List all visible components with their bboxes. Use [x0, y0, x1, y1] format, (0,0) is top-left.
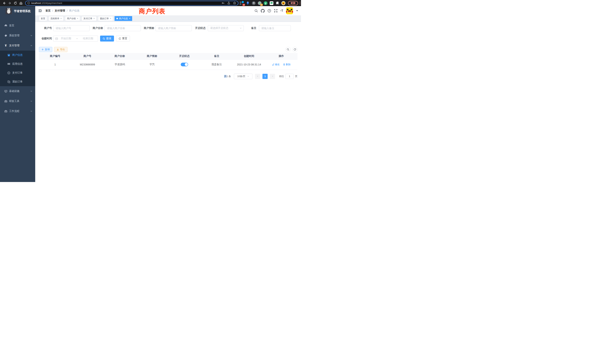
extension-recorder-icon[interactable]: 1 [257, 1, 262, 6]
close-icon[interactable]: × [93, 17, 95, 20]
short-name-input[interactable] [155, 25, 192, 31]
sidebar-logo-row[interactable]: 芋道管理系统 [0, 6, 35, 16]
browser-menu-icon[interactable] [300, 2, 300, 4]
url-host: localhost [31, 2, 41, 4]
date-separator: - [76, 37, 77, 40]
forward-icon [8, 1, 11, 5]
merchant-no-input[interactable] [53, 25, 89, 31]
chevron-down-icon [30, 110, 32, 112]
tags-view-bar: 首页 流程表单× 用户分组× 支付订单× 退款订单× 商户信息× [35, 15, 301, 22]
browser-back-button[interactable] [1, 1, 7, 6]
extension-command-icon[interactable]: ⌘ [251, 1, 256, 6]
github-link[interactable] [261, 9, 265, 13]
sidebar-item-refund-order[interactable]: 退款订单 [0, 77, 35, 86]
cell-merchant-no: M233666999 [71, 59, 103, 70]
grid-icon [7, 63, 10, 66]
header-search-button[interactable] [255, 9, 258, 13]
site-info-icon[interactable] [27, 2, 30, 4]
prev-page-button[interactable] [255, 74, 260, 79]
total-highlighted-char: 共 [224, 75, 226, 78]
status-toggle-on[interactable] [181, 63, 188, 66]
documents-icon [7, 80, 10, 83]
dashboard-icon [4, 24, 7, 27]
toolbar-right-actions [285, 47, 298, 52]
tab-process-form[interactable]: 流程表单× [49, 16, 64, 21]
browser-reload-button[interactable] [13, 1, 18, 6]
status-select[interactable]: 请选择开启状态 [208, 25, 244, 31]
search-button[interactable]: 搜索 [100, 36, 114, 42]
sidebar-item-app-info[interactable]: 应用信息 [0, 60, 35, 68]
sidebar-item-system[interactable]: 系统管理 [0, 31, 35, 41]
table-row: 1 M233666999 芋道源码 芋艿 我是备注 2021-10-23 08:… [39, 59, 298, 70]
cell-create-time: 2021-10-23 08:31:14 [233, 59, 265, 70]
sidebar-collapse-button[interactable] [38, 9, 43, 13]
tab-user-group[interactable]: 用户分组× [65, 16, 80, 21]
close-icon[interactable]: × [60, 17, 62, 20]
show-search-toggle-button[interactable] [285, 47, 291, 52]
page-size-select[interactable]: 10条/页 [234, 74, 252, 79]
browser-update-button[interactable]: 更新 [288, 1, 298, 5]
url-text[interactable]: localhost:1024/pay/merchant [31, 2, 219, 4]
reset-button[interactable]: 重置 [116, 36, 130, 42]
merchant-table: 商户编号 商户号 商户全称 商户简称 开启状态 备注 创建时间 操作 1 M23… [39, 53, 298, 70]
extension-gem-icon[interactable] [245, 1, 250, 6]
extensions-puzzle-icon[interactable] [275, 1, 280, 6]
bookmark-star-icon[interactable] [233, 1, 236, 5]
create-time-range-input[interactable]: 开始日期 - 结束日期 [53, 36, 98, 42]
trash-icon [283, 63, 285, 66]
goto-label: 前往 [279, 75, 284, 78]
share-icon[interactable] [227, 1, 230, 5]
sidebar-item-workflow[interactable]: 工作流程 [0, 106, 35, 116]
add-button[interactable]: 新增 [39, 47, 52, 52]
avatar-dropdown-caret[interactable] [296, 10, 298, 11]
col-status: 开启状态 [168, 53, 201, 59]
remark-input[interactable] [259, 25, 291, 31]
close-icon[interactable]: × [77, 17, 78, 20]
page-number-button[interactable]: 1 [262, 74, 268, 79]
app-title: 芋道管理系统 [14, 10, 31, 13]
close-icon[interactable]: × [110, 17, 111, 20]
tab-payment-order[interactable]: 支付订单× [82, 16, 97, 21]
col-short-name: 商户简称 [136, 53, 168, 59]
delete-link[interactable]: 删除 [283, 63, 291, 66]
export-button[interactable]: 导出 [54, 47, 67, 52]
browser-forward-button[interactable] [7, 1, 13, 6]
next-page-button[interactable] [270, 74, 275, 79]
extension-tabs-manager-icon[interactable]: 10 [239, 1, 244, 6]
help-button[interactable]: ? [268, 9, 271, 13]
chevron-down-icon [30, 90, 32, 92]
browser-home-button[interactable] [18, 1, 24, 6]
browser-profile-avatar[interactable] [281, 1, 286, 6]
sidebar-item-payment-order[interactable]: ¥ 支付订单 [0, 68, 35, 77]
breadcrumb-home[interactable]: 首页 [45, 9, 51, 12]
refresh-table-button[interactable] [292, 47, 298, 52]
font-size-button[interactable]: тT [280, 9, 283, 12]
sidebar-item-merchant-info[interactable]: 商户信息 [0, 51, 35, 60]
password-key-icon[interactable] [222, 1, 225, 5]
fullscreen-button[interactable] [274, 9, 278, 13]
extension-yudao-icon[interactable]: y [263, 1, 268, 6]
tab-merchant-info[interactable]: 商户信息× [115, 16, 132, 21]
select-caret-icon [247, 75, 249, 77]
page-content: 商户号 商户全称 商户简称 开启状态 请选择开启状态 备注 创建时间 [35, 22, 301, 182]
tab-home[interactable]: 首页 [39, 16, 47, 21]
close-icon[interactable]: × [129, 17, 130, 20]
chevron-down-icon [30, 35, 32, 36]
extension-chat-icon[interactable] [269, 1, 274, 6]
edit-link[interactable]: 修改 [272, 63, 280, 66]
select-caret-icon [240, 27, 242, 29]
cell-short-name: 芋艿 [136, 59, 168, 70]
url-path: :1024/pay/merchant [41, 2, 62, 4]
tab-refund-order[interactable]: 退款订单× [98, 16, 113, 21]
sidebar-item-payment[interactable]: ¥ 支付管理 [0, 41, 35, 51]
goto-page-input[interactable] [285, 74, 294, 79]
sidebar-item-infrastructure[interactable]: 基础设施 [0, 86, 35, 96]
breadcrumb-payment[interactable]: 支付管理 [55, 9, 65, 12]
gear-icon [4, 34, 7, 37]
user-avatar[interactable] [286, 7, 293, 14]
sidebar-item-home[interactable]: 首页 [0, 21, 35, 31]
sidebar-item-dev-tools[interactable]: 研发工具 [0, 96, 35, 106]
page-unit-label: 页 [295, 75, 298, 78]
full-name-input[interactable] [105, 25, 141, 31]
url-bar[interactable]: localhost:1024/pay/merchant [25, 1, 238, 6]
